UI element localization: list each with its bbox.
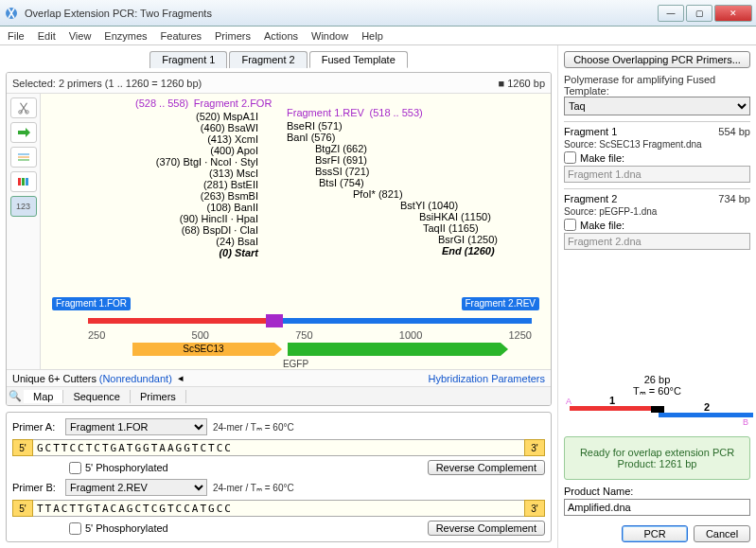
frag2-bp: 734 bp <box>718 193 750 204</box>
primer-a-select[interactable]: Fragment 1.FOR <box>65 418 207 435</box>
unique-cutters-label: Unique 6+ Cutters <box>12 373 97 384</box>
tool-arrow[interactable] <box>10 122 37 143</box>
primer-a-3prime: 3' <box>524 439 545 456</box>
tool-numbers[interactable]: 123 <box>10 196 37 217</box>
site: BtsI (754) <box>319 177 498 188</box>
window-title: Overlap Extension PCR: Two Fragments <box>25 8 658 19</box>
ruler: 25050075010001250 <box>88 329 532 341</box>
primer-b-info: 24-mer / Tₘ = 60°C <box>213 483 294 493</box>
app-icon <box>4 6 19 21</box>
frag2-makefile-checkbox[interactable] <box>564 219 576 231</box>
frag1-file-input <box>564 166 750 183</box>
choose-primers-button[interactable]: Choose Overlapping PCR Primers... <box>564 51 750 68</box>
primer-a-5prime: 5' <box>12 439 33 456</box>
site: (400) ApoI <box>156 145 258 156</box>
status-line1: Ready for overlap extension PCR <box>569 447 746 458</box>
menu-edit[interactable]: Edit <box>38 30 56 42</box>
primer-b-select[interactable]: Fragment 2.REV <box>65 479 207 496</box>
primer-a-info: 24-mer / Tₘ = 60°C <box>213 422 294 433</box>
menu-features[interactable]: Features <box>161 30 202 42</box>
site: (108) BanII <box>107 202 258 213</box>
svg-rect-3 <box>18 131 26 134</box>
frag1-rev-label: Fragment 1.REV <box>287 107 364 118</box>
site: (90) HincII · HpaI <box>88 213 258 224</box>
menu-enzymes[interactable]: Enzymes <box>104 30 147 42</box>
frag1-bp: 554 bp <box>718 126 750 137</box>
frag2-source: Source: pEGFP-1.dna <box>564 206 750 217</box>
tool-colors[interactable] <box>10 171 37 192</box>
tool-align[interactable] <box>10 147 37 168</box>
site: BsrGI (1250) <box>438 234 498 245</box>
primer-b-phos-label: 5' Phosphorylated <box>85 522 168 534</box>
site: (263) BsmBI <box>130 190 258 202</box>
site: BseRI (571) <box>287 120 498 132</box>
site: End (1260) <box>442 245 498 256</box>
site: BsrFI (691) <box>315 154 498 166</box>
site: (370) BtgI · NcoI · StyI <box>114 156 258 168</box>
tab-fused-template[interactable]: Fused Template <box>309 51 408 68</box>
status-line2: Product: 1261 bp <box>569 458 746 469</box>
minimize-button[interactable]: — <box>658 5 684 22</box>
polymerase-select[interactable]: Taq <box>564 97 750 115</box>
frag1-source: Source: ScSEC13 Fragment.dna <box>564 139 750 150</box>
nonredundant-link[interactable]: (Nonredundant) <box>99 373 172 384</box>
flag-frag2-rev: Fragment 2.REV <box>462 297 539 310</box>
primer-a-label: Primer A: <box>12 421 60 433</box>
hybridization-link[interactable]: Hybridization Parameters <box>429 373 546 384</box>
total-bp: ■ 1260 bp <box>499 78 545 89</box>
frag2-file-input <box>564 233 750 250</box>
menu-view[interactable]: View <box>69 30 92 42</box>
site: (281) BstEII <box>133 179 258 190</box>
primer-b-label: Primer B: <box>12 482 60 493</box>
tool-cut[interactable] <box>10 97 37 118</box>
menu-primers[interactable]: Primers <box>215 30 251 42</box>
close-button[interactable]: ✕ <box>714 5 752 22</box>
maptab-map[interactable]: Map <box>24 390 63 403</box>
site: BssSI (721) <box>315 166 498 177</box>
site: TaqII (1165) <box>423 222 498 234</box>
site: BanI (576) <box>287 132 498 143</box>
product-name-input[interactable] <box>564 499 750 516</box>
site: (68) BspDI · ClaI <box>88 224 258 236</box>
maptab-sequence[interactable]: Sequence <box>63 390 131 403</box>
site: (313) MscI <box>145 168 258 179</box>
svg-rect-7 <box>18 178 21 186</box>
tab-fragment-1[interactable]: Fragment 1 <box>149 51 227 68</box>
menubar: File Edit View Enzymes Features Primers … <box>0 27 756 45</box>
product-name-label: Product Name: <box>564 486 750 497</box>
site: BtgZI (662) <box>315 143 498 154</box>
svg-rect-8 <box>22 178 25 186</box>
site: BsiHKAI (1150) <box>419 211 498 222</box>
primer-b-revcomp-button[interactable]: Reverse Complement <box>428 521 545 536</box>
primer-b-phos-checkbox[interactable] <box>69 522 81 535</box>
frag1-makefile-label: Make file: <box>580 152 624 164</box>
primer-b-3prime: 3' <box>524 500 545 517</box>
primer-a-phos-checkbox[interactable] <box>69 462 81 474</box>
menu-help[interactable]: Help <box>361 30 383 42</box>
gene-scsec13: ScSEC13 <box>132 343 274 356</box>
magnifier-icon[interactable]: 🔍 <box>7 390 24 402</box>
site: (413) XcmI <box>160 133 258 145</box>
polymerase-label: Polymerase for amplifying Fused Template… <box>564 74 715 97</box>
maptab-primers[interactable]: Primers <box>131 390 186 403</box>
primer-b-seq-input[interactable] <box>33 500 524 517</box>
menu-file[interactable]: File <box>8 30 25 42</box>
frag1-name: Fragment 1 <box>564 126 718 137</box>
site: (0) Start <box>90 247 258 258</box>
pcr-button[interactable]: PCR <box>622 525 688 542</box>
maximize-button[interactable]: ▢ <box>686 5 712 22</box>
frag2-name: Fragment 2 <box>564 193 718 204</box>
site: (460) BsaWI <box>164 122 258 133</box>
primer-a-seq-input[interactable] <box>33 439 524 456</box>
sequence-map[interactable]: (528 .. 558) Fragment 2.FOR Fragment 1.R… <box>41 94 551 369</box>
overlap-range: (528 .. 558) <box>135 97 188 109</box>
frag1-makefile-checkbox[interactable] <box>564 151 576 164</box>
site: PfoI* (821) <box>353 188 498 200</box>
menu-actions[interactable]: Actions <box>264 30 298 42</box>
tab-fragment-2[interactable]: Fragment 2 <box>229 51 307 68</box>
cancel-button[interactable]: Cancel <box>694 525 750 542</box>
sequence-bar <box>88 314 532 327</box>
menu-window[interactable]: Window <box>311 30 348 42</box>
primer-a-revcomp-button[interactable]: Reverse Complement <box>428 460 545 475</box>
site: (24) BsaI <box>96 236 258 247</box>
